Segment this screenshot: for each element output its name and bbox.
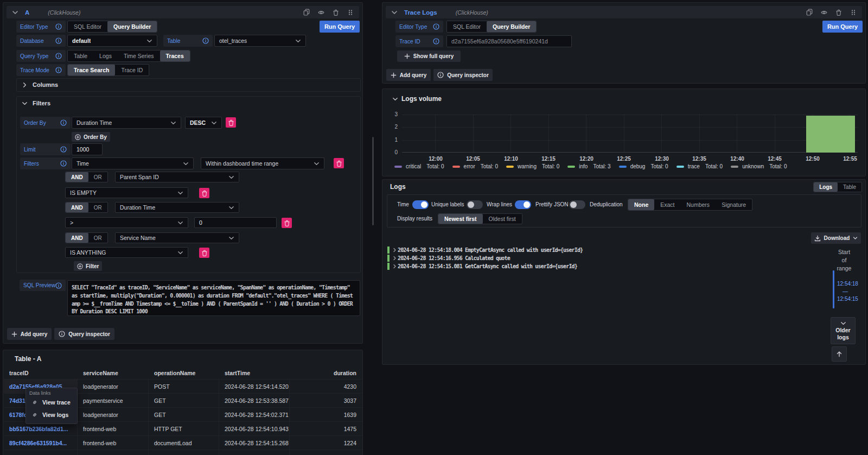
unique-labels-toggle[interactable] [467,200,483,209]
trace-id-link[interactable]: 6178fc [9,412,27,418]
add-query-button[interactable]: Add query [386,69,431,81]
query-type-option[interactable]: Time Series [118,50,160,61]
dedup-option[interactable]: Exact [654,199,680,210]
condition-field-select[interactable]: Service Name [115,232,239,243]
log-line[interactable]: 2024-06-28 12:54:18.004 EmptyCartAsync c… [387,246,583,254]
legend-label[interactable]: critical [406,163,421,169]
hide-response-icon[interactable] [318,9,324,16]
duplicate-query-icon[interactable] [806,9,813,16]
legend-label[interactable]: warning [518,163,537,169]
editor-type-option[interactable]: SQL Editor [447,21,487,32]
legend-item[interactable]: info Total: 3 [567,163,610,169]
query-type-option[interactable]: Table [68,50,93,61]
column-header[interactable]: operationName [149,367,219,379]
hide-response-icon[interactable] [821,9,827,16]
column-header[interactable]: startTime [219,367,290,379]
scroll-to-top-button[interactable] [832,346,847,362]
add-filter-button[interactable]: Filter [74,261,102,271]
order-option[interactable]: Newest first [438,214,483,224]
legend-item[interactable]: error Total: 0 [452,163,498,169]
legend-label[interactable]: debug [630,163,646,169]
show-full-query-button[interactable]: Show full query [397,50,461,62]
dedup-option[interactable]: None [628,199,654,210]
info-icon[interactable] [60,160,67,167]
info-icon[interactable] [55,53,62,59]
log-line[interactable]: 2024-06-28 12:54:16.956 Calculated quote [387,254,583,262]
expand-log-chevron-icon[interactable] [392,262,397,270]
log-range-bar[interactable] [833,270,834,308]
or-option[interactable]: OR [88,172,107,182]
legend-label[interactable]: error [464,163,475,169]
add-order-by-button[interactable]: Order By [72,132,110,142]
and-option[interactable]: AND [66,233,88,243]
info-icon[interactable] [433,23,439,30]
remove-condition-button[interactable] [282,218,292,228]
legend-label[interactable]: info [579,163,588,169]
dedup-option[interactable]: Numbers [681,199,716,210]
condition-op-select[interactable]: IS EMPTY [65,187,188,198]
legend-label[interactable]: trace [688,163,700,169]
view-logs-menu-item[interactable]: View logs [26,408,77,421]
query-row-header[interactable]: Trace Logs (ClickHouse) [386,6,862,18]
expand-log-chevron-icon[interactable] [392,246,397,254]
remove-filter-button[interactable] [334,158,344,168]
download-button[interactable]: Download [811,232,861,244]
view-trace-menu-item[interactable]: View trace [26,396,77,408]
remove-condition-button[interactable] [199,248,209,258]
collapse-chevron-icon[interactable] [392,96,398,102]
column-header[interactable]: traceID [4,367,78,379]
remove-query-icon[interactable] [835,9,842,16]
info-icon[interactable] [55,23,62,30]
run-query-button[interactable]: Run Query [320,21,360,33]
collapse-chevron-icon[interactable] [391,9,398,16]
filter-value-select[interactable]: Within dashboard time range [201,157,324,169]
order-by-direction-select[interactable]: DESC [185,117,222,129]
condition-field-select[interactable]: Parent Span ID [115,172,239,182]
older-logs-button[interactable]: Older logs [831,317,856,344]
legend-item[interactable]: warning Total: 0 [506,163,559,169]
info-bar[interactable] [806,116,855,153]
filter-field-select[interactable]: Time [72,157,194,169]
info-icon[interactable] [55,282,62,289]
query-row-header[interactable]: A (ClickHouse) [7,6,359,18]
collapse-chevron-icon[interactable] [12,9,18,16]
remove-condition-button[interactable] [199,188,209,198]
add-query-button[interactable]: Add query [7,328,52,340]
remove-order-by-button[interactable] [226,117,236,128]
left-pane-scrollbar[interactable] [372,137,374,225]
trace-mode-option[interactable]: Trace Search [68,65,115,75]
info-icon[interactable] [55,67,62,73]
drag-handle-icon[interactable] [347,9,354,16]
trace-id-input[interactable]: d2a7155ef6a928a05680e5ff6190241d [446,35,572,47]
time-toggle[interactable] [412,200,429,209]
run-query-button[interactable]: Run Query [822,21,863,33]
query-type-option[interactable]: Traces [160,50,190,61]
condition-field-select[interactable]: Duration Time [115,202,239,213]
editor-type-option[interactable]: Query Builder [107,21,157,32]
editor-type-option[interactable]: Query Builder [487,21,536,32]
order-by-field-select[interactable]: Duration Time [72,117,181,129]
view-toggle-option[interactable]: Table [838,182,861,192]
editor-type-option[interactable]: SQL Editor [68,21,107,32]
duplicate-query-icon[interactable] [303,9,310,16]
condition-value-input[interactable]: 0 [194,217,277,228]
view-toggle-option[interactable]: Logs [814,182,838,192]
legend-item[interactable]: unknown Total: 0 [731,163,787,169]
info-icon[interactable] [202,37,209,44]
order-option[interactable]: Oldest first [483,214,522,224]
query-inspector-button[interactable]: Query inspector [54,328,114,340]
legend-item[interactable]: debug Total: 0 [619,163,668,169]
wrap-lines-toggle[interactable] [515,200,531,209]
query-type-option[interactable]: Logs [93,50,118,61]
expand-log-chevron-icon[interactable] [392,254,397,262]
query-inspector-button[interactable]: Query inspector [433,69,493,81]
condition-op-select[interactable]: IS ANYTHING [65,247,188,258]
legend-label[interactable]: unknown [742,163,764,169]
legend-item[interactable]: trace Total: 0 [676,163,723,169]
remove-query-icon[interactable] [333,9,339,16]
log-line[interactable]: 2024-06-28 12:54:15.081 GetCartAsync cal… [387,262,583,270]
legend-item[interactable]: critical Total: 0 [394,163,444,169]
prettify-json-toggle[interactable] [569,200,585,209]
info-icon[interactable] [433,38,439,45]
column-header[interactable]: serviceName [78,367,149,379]
